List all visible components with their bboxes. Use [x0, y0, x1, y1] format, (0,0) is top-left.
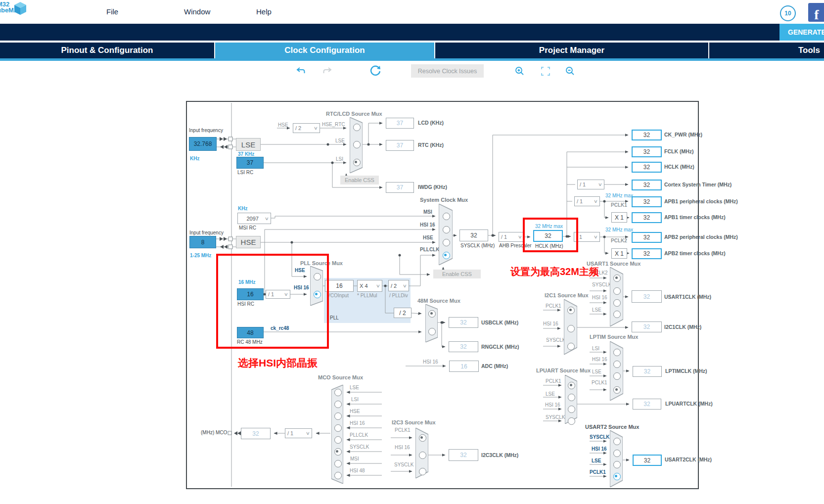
- sys-mux-radio-msi[interactable]: [443, 213, 450, 220]
- mco-hse-label: HSE: [350, 409, 360, 414]
- lptim-pclk1-label: PCLK1: [592, 380, 607, 385]
- annotation-note-hclk: 设置为最高32M主频: [510, 265, 599, 278]
- rtc-hse-divider-dropdown[interactable]: / 2∨: [293, 123, 320, 133]
- i2c3-mux-radio-sysclk[interactable]: [419, 468, 426, 475]
- lptim-hsi16-label: HSI 16: [592, 357, 607, 362]
- cortex-timer-box[interactable]: 32: [632, 180, 662, 190]
- usart2-mux-radio-lse[interactable]: [613, 461, 621, 468]
- lpuartclk-box: 32: [633, 399, 661, 410]
- ahb-prescaler-dropdown[interactable]: / 1∨: [499, 232, 524, 242]
- lpuart-mux-radio-hsi16[interactable]: [568, 406, 575, 413]
- rtc-mux-radio-lse[interactable]: [353, 141, 361, 148]
- usart2clk-label: USART2CLK (MHz): [665, 457, 712, 462]
- apb1-peripheral-label: APB1 peripheral clocks (MHz): [664, 198, 738, 204]
- plldiv-value: / 2: [391, 283, 397, 289]
- lcd-clock-label: LCD (KHz): [418, 120, 444, 126]
- i2c3-mux-title: I2C3 Source Mux: [392, 419, 436, 425]
- lptimclk-box: 32: [633, 366, 662, 377]
- lptim-mux-radio-pclk1[interactable]: [613, 386, 621, 394]
- mco-lsi-label: LSI: [351, 397, 359, 402]
- pll-vco-input-box: 16: [325, 280, 354, 292]
- pclk2-label: PCLK2: [611, 238, 627, 243]
- rtc-mux-radio-lsi[interactable]: [353, 159, 361, 166]
- iwdg-clock-box: 37: [386, 182, 414, 193]
- lsi-value-box[interactable]: 37: [236, 157, 264, 169]
- pll-mul-dropdown[interactable]: X 4∨: [357, 280, 382, 292]
- apb2-timer-box[interactable]: 32: [632, 248, 662, 259]
- mco-mux-radio-hsi48[interactable]: [334, 472, 342, 479]
- mco-mux-radio-hse[interactable]: [334, 412, 342, 420]
- chevron-down-icon: ∨: [518, 234, 522, 239]
- apb1-timer-box[interactable]: 32: [632, 212, 662, 223]
- rtc-enable-css-button[interactable]: Enable CSS: [340, 176, 379, 184]
- lptim-mux-radio-lsi[interactable]: [613, 349, 621, 356]
- usart2-mux-radio-hsi16[interactable]: [613, 450, 621, 457]
- ck-pwr-box[interactable]: 32: [632, 130, 662, 140]
- sys-mux-radio-hse[interactable]: [443, 239, 450, 246]
- i2c1-mux-radio-pclk1[interactable]: [567, 307, 575, 314]
- apb2-timer-label: APB2 timer clocks (MHz): [664, 250, 726, 256]
- mco-mux-radio-lse[interactable]: [334, 389, 342, 396]
- usart2clk-box[interactable]: 32: [633, 455, 662, 466]
- mco-mux-radio-sysclk[interactable]: [334, 448, 342, 456]
- pll-div-dropdown[interactable]: / 2∨: [388, 280, 409, 291]
- usart2-lse-label: LSE: [592, 458, 601, 463]
- i2c3-mux-radio-hsi16[interactable]: [419, 452, 426, 459]
- sys-mux-radio-hsi16[interactable]: [443, 226, 450, 233]
- i2c3-mux-radio-pclk1[interactable]: [419, 434, 426, 442]
- rtc-lse-label: LSE: [335, 138, 345, 143]
- mco-mux-radio-lsi[interactable]: [334, 401, 342, 408]
- sys-mux-radio-pllclk[interactable]: [443, 252, 450, 259]
- cortex-divider-dropdown[interactable]: / 1∨: [577, 180, 604, 189]
- mco-lse-label: LSE: [350, 385, 359, 390]
- lpuart-mux-radio-pclk1[interactable]: [568, 382, 575, 389]
- cortex-timer-label: Cortex System Timer (MHz): [664, 182, 732, 187]
- apb1-prescaler-dropdown[interactable]: / 1∨: [574, 196, 600, 206]
- usart1-mux-radio-hsi16[interactable]: [613, 299, 621, 307]
- apb1-peripheral-box[interactable]: 32: [632, 196, 662, 207]
- i2c3-pclk1-label: PCLK1: [395, 427, 411, 433]
- usart1-mux-radio-sysclk[interactable]: [613, 287, 621, 295]
- rtc-mux-radio-hse-rtc[interactable]: [353, 124, 361, 131]
- mco-mux-radio-pllclk[interactable]: [334, 436, 342, 444]
- mux48-radio-rc48[interactable]: [428, 328, 436, 335]
- lpuart-mux-radio-lse[interactable]: [568, 394, 575, 401]
- rtc-lcd-source-mux: [350, 117, 363, 173]
- mco-divider-dropdown[interactable]: / 1∨: [285, 428, 312, 438]
- i2c1clk-box: 32: [632, 321, 662, 332]
- lptim-mux-radio-lse[interactable]: [613, 372, 621, 380]
- hclk-out-box[interactable]: 32: [632, 162, 662, 173]
- mco-msi-label: MSI: [350, 456, 359, 461]
- lcd-clock-box: 37: [386, 118, 414, 129]
- apb2-peripheral-box[interactable]: 32: [632, 232, 662, 243]
- i2c3-sysclk-label: SYSCLK: [394, 462, 413, 467]
- cortex-div-value: / 1: [580, 182, 586, 187]
- fclk-box[interactable]: 32: [632, 146, 662, 157]
- pll-block-label: PLL: [330, 315, 339, 321]
- sys-pllclk-label: PLLCLK: [420, 247, 439, 252]
- hse-input-frequency-field[interactable]: 8: [189, 236, 216, 248]
- sys-enable-css-button[interactable]: Enable CSS: [433, 270, 481, 278]
- i2c1-hsi16-label: HSI 16: [543, 321, 558, 326]
- usart2-mux-radio-pclk1[interactable]: [613, 473, 621, 480]
- lpuart-mux-radio-sysclk[interactable]: [568, 417, 575, 425]
- system-clock-mux: [439, 204, 453, 265]
- mco-mux-radio-msi[interactable]: [334, 460, 342, 467]
- lse-input-frequency-field[interactable]: 32.768: [189, 137, 217, 151]
- mux48-title: 48M Source Mux: [417, 298, 460, 304]
- annotation-box-pll: [216, 254, 329, 349]
- lptim-mux-radio-hsi16[interactable]: [613, 361, 621, 368]
- mco-mux-radio-hsi16[interactable]: [334, 424, 342, 432]
- usart1-mux-radio-lse[interactable]: [613, 311, 621, 318]
- usart2-mux-radio-sysclk[interactable]: [613, 438, 621, 445]
- usart1clk-label: USART1CLK (MHz): [664, 294, 711, 300]
- i2c3clk-box: 32: [449, 449, 478, 461]
- usart1-mux-radio-pclk2[interactable]: [613, 275, 621, 282]
- i2c1-mux-radio-hsi16[interactable]: [567, 325, 575, 332]
- msi-frequency-dropdown[interactable]: 2097∨: [237, 213, 271, 224]
- adc-clock-box: 16: [449, 361, 479, 372]
- mux48-radio-pll[interactable]: [428, 310, 436, 318]
- i2c1-mux-radio-sysclk[interactable]: [567, 343, 575, 350]
- rtc-clock-box: 37: [386, 140, 414, 151]
- lpuart-mux-title: LPUART Source Mux: [536, 367, 591, 373]
